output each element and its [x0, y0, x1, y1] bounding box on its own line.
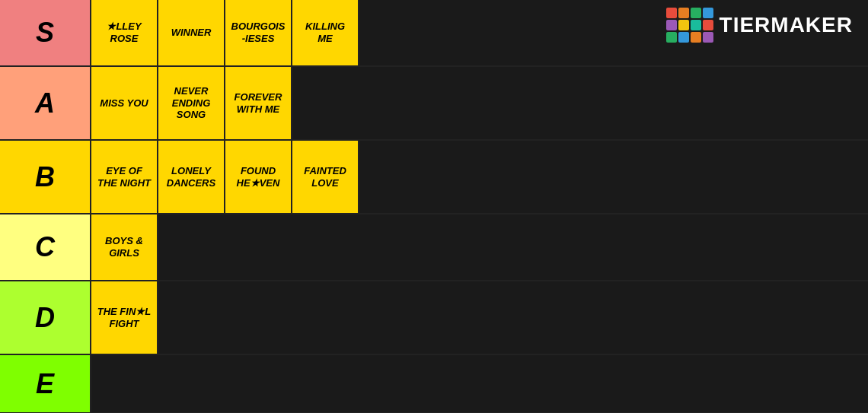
tier-item-c-0[interactable]: BOYS & GIRLS: [91, 214, 158, 280]
logo-cell: [703, 8, 713, 18]
logo-cell: [703, 32, 713, 43]
tier-items-b: EYE OF THE NIGHTLONELY DANCERSFOUND HE★V…: [91, 141, 868, 213]
tier-items-e: [91, 355, 868, 412]
tiermaker-logo: TiERMAKER: [666, 8, 853, 43]
tier-label-b: B: [0, 141, 91, 213]
tier-item-a-1[interactable]: NEVER ENDING SONG: [158, 67, 225, 139]
tier-items-c: BOYS & GIRLS: [91, 214, 868, 280]
tier-row-d: DTHE FIN★L FIGHT: [0, 281, 868, 355]
tier-item-b-0[interactable]: EYE OF THE NIGHT: [91, 141, 158, 213]
tier-empty-d: [158, 281, 868, 354]
tier-empty-c: [158, 214, 868, 280]
logo-cell: [691, 8, 701, 18]
tier-item-d-0[interactable]: THE FIN★L FIGHT: [91, 281, 158, 354]
tier-empty-e: [91, 355, 868, 412]
tier-label-e: E: [0, 355, 91, 412]
logo-cell: [666, 32, 677, 43]
tier-row-c: CBOYS & GIRLS: [0, 214, 868, 281]
tier-item-s-2[interactable]: BOURGOIS-IESES: [225, 0, 292, 65]
tier-empty-b: [359, 141, 868, 213]
tier-list: TiERMAKER S★LLEY ROSEWINNERBOURGOIS-IESE…: [0, 0, 868, 413]
tier-item-s-1[interactable]: WINNER: [158, 0, 225, 65]
logo-cell: [678, 8, 689, 18]
logo-cell: [691, 32, 701, 43]
logo-cell: [678, 32, 689, 43]
tier-label-a: A: [0, 67, 91, 139]
logo-grid: [666, 8, 713, 43]
tier-row-e: E: [0, 355, 868, 413]
tier-items-a: MISS YOUNEVER ENDING SONGFOREVER WITH ME: [91, 67, 868, 139]
tier-item-b-1[interactable]: LONELY DANCERS: [158, 141, 225, 213]
tier-row-a: AMISS YOUNEVER ENDING SONGFOREVER WITH M…: [0, 67, 868, 141]
tier-label-d: D: [0, 281, 91, 354]
tier-items-d: THE FIN★L FIGHT: [91, 281, 868, 354]
tier-empty-a: [292, 67, 868, 139]
logo-cell: [666, 20, 677, 30]
tier-label-s: S: [0, 0, 91, 65]
tier-item-a-0[interactable]: MISS YOU: [91, 67, 158, 139]
tier-item-a-2[interactable]: FOREVER WITH ME: [225, 67, 292, 139]
tiers-root: S★LLEY ROSEWINNERBOURGOIS-IESESKILLING M…: [0, 0, 868, 413]
tier-item-b-3[interactable]: FAINTED LOVE: [292, 141, 359, 213]
logo-cell: [691, 20, 701, 30]
tier-item-s-0[interactable]: ★LLEY ROSE: [91, 0, 158, 65]
logo-cell: [678, 20, 689, 30]
tier-item-s-3[interactable]: KILLING ME: [292, 0, 359, 65]
tier-label-c: C: [0, 214, 91, 280]
logo-text: TiERMAKER: [720, 13, 853, 37]
logo-cell: [703, 20, 713, 30]
logo-cell: [666, 8, 677, 18]
tier-row-b: BEYE OF THE NIGHTLONELY DANCERSFOUND HE★…: [0, 141, 868, 214]
tier-item-b-2[interactable]: FOUND HE★VEN: [225, 141, 292, 213]
